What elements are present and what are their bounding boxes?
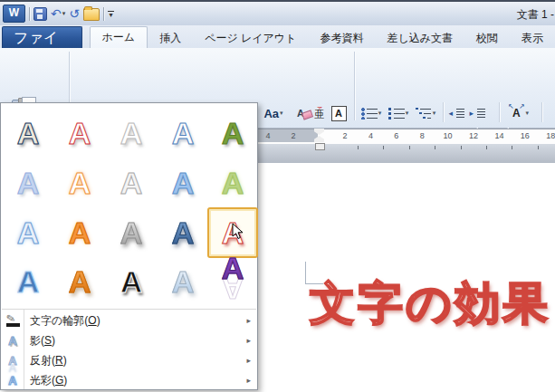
gallery-item-1[interactable]: A	[56, 110, 103, 157]
menu-item-shadow[interactable]: A影(S)▸	[2, 330, 257, 350]
gallery-item-6[interactable]: A	[56, 159, 103, 206]
gallery-item-19[interactable]: AA	[209, 258, 256, 305]
tab-5[interactable]: 校閲	[464, 28, 510, 48]
gallery-item-15[interactable]: A	[5, 258, 52, 305]
customize-qat-button[interactable]: ▾	[108, 11, 114, 17]
gallery-item-0[interactable]: A	[5, 110, 52, 157]
tab-6[interactable]: 表示	[510, 28, 555, 48]
save-button[interactable]	[33, 7, 47, 21]
gallery-item-9[interactable]: A	[209, 159, 256, 206]
gallery-item-3[interactable]: A	[159, 110, 206, 157]
character-border-button[interactable]: A	[330, 103, 348, 123]
tab-0[interactable]: ホーム	[90, 26, 148, 48]
ruler-number: 8	[416, 131, 427, 140]
qat-more-icon: ▾	[109, 13, 112, 17]
asian-layout-icon: ↖A↗	[512, 107, 521, 120]
clear-formatting-icon: A	[297, 108, 304, 119]
ruler-tick	[538, 146, 539, 149]
submenu-arrow-icon: ▸	[246, 376, 257, 385]
tab-4[interactable]: 差し込み文書	[375, 28, 464, 48]
ribbon-tab-row: ファイル ホーム挿入ページ レイアウト参考資料差し込み文書校閲表示	[0, 25, 555, 48]
gallery-letter: A	[172, 217, 195, 248]
gallery-letter: A	[172, 266, 195, 297]
gallery-item-5[interactable]: A	[5, 159, 52, 206]
gallery-item-7[interactable]: A	[108, 159, 155, 206]
gallery-letter: A	[120, 118, 143, 148]
change-case-dropdown-icon: ▾	[280, 110, 283, 117]
tab-2[interactable]: ページ レイアウト	[193, 28, 308, 48]
multilevel-list-button[interactable]: ▾	[413, 103, 438, 123]
gallery-item-13[interactable]: A	[159, 209, 206, 256]
tab-1[interactable]: 挿入	[148, 28, 193, 48]
tab-3[interactable]: 参考資料	[308, 28, 375, 48]
indent-markers[interactable]	[314, 129, 325, 150]
word-logo-icon[interactable]: W	[3, 5, 25, 23]
ruler-number: 6	[391, 131, 402, 140]
open-button[interactable]	[83, 6, 100, 21]
ruler-tick	[486, 146, 487, 149]
gallery-item-12[interactable]: A	[108, 209, 155, 256]
redo-button[interactable]: ↺	[69, 6, 80, 21]
undo-icon: ↶	[51, 6, 62, 21]
gallery-item-8[interactable]: A	[159, 159, 206, 206]
phonetic-guide-button[interactable]: ア亜	[311, 101, 328, 121]
ruler-tick	[461, 146, 462, 149]
gallery-letter: A	[222, 167, 244, 198]
quick-access-toolbar: W ↶▾ ↺ ▾	[3, 5, 114, 23]
gallery-item-18[interactable]: A	[159, 258, 206, 305]
asian-layout-dropdown-icon[interactable]: ▾	[526, 110, 530, 117]
menu-item-glow[interactable]: A光彩(G)▸	[2, 370, 257, 390]
ruler-number: 12	[468, 131, 479, 140]
outline-icon	[2, 315, 24, 327]
hanging-indent-marker[interactable]	[314, 136, 324, 142]
undo-dropdown-icon[interactable]: ▾	[62, 6, 66, 21]
menu-item-outline[interactable]: 文字の輪郭(O)▸	[2, 311, 257, 330]
shadow-icon: A	[2, 335, 24, 347]
gallery-letter: AA	[222, 254, 244, 301]
undo-button[interactable]: ↶▾	[51, 6, 65, 21]
gallery-item-11[interactable]: A	[56, 209, 103, 256]
menu-item-label: 光彩(G)	[24, 373, 246, 388]
decrease-indent-button[interactable]: ◂	[446, 103, 466, 123]
text-effects-gallery-panel: AAAAAAAAAAAAAAAAAAAAA 文字の輪郭(O)▸A影(S)▸A反射…	[0, 102, 258, 390]
word-window: W ↶▾ ↺ ▾ 文書 1 - ファイル ホーム挿入ページ レイアウト参考資料差…	[0, 0, 555, 392]
gallery-letter: A	[17, 118, 40, 148]
bullets-button[interactable]: ▾	[359, 103, 384, 123]
gallery-letter: A	[120, 167, 143, 198]
gallery-item-17[interactable]: A	[108, 258, 155, 305]
mini-separator	[499, 102, 500, 122]
phonetic-guide-icon: ア亜	[315, 106, 325, 117]
ruler-tick	[435, 146, 435, 149]
increase-indent-button[interactable]: ▸	[467, 103, 487, 123]
submenu-arrow-icon: ▸	[246, 336, 257, 345]
document-effect-text[interactable]: 文字の効果	[310, 273, 550, 334]
qat-separator	[29, 7, 30, 21]
group-separator	[354, 52, 355, 120]
ruler-lower-band	[257, 144, 555, 163]
bullets-dropdown-icon[interactable]: ▾	[378, 110, 382, 117]
numbering-dropdown-icon[interactable]: ▾	[406, 110, 409, 117]
menu-item-label: 影(S)	[24, 333, 246, 349]
title-bar: W ↶▾ ↺ ▾ 文書 1 -	[0, 2, 555, 25]
gallery-letter: A	[69, 266, 91, 297]
first-line-indent-marker[interactable]	[314, 129, 324, 135]
multilevel-dropdown-icon[interactable]: ▾	[433, 110, 436, 117]
left-indent-marker[interactable]	[315, 143, 325, 150]
clear-formatting-button[interactable]: A	[290, 103, 311, 123]
ruler-number: 10	[443, 131, 454, 140]
asian-layout-button[interactable]: ↖A↗ ▾	[504, 103, 537, 123]
gallery-item-4[interactable]: A	[209, 110, 256, 157]
save-icon	[33, 7, 47, 21]
change-case-button[interactable]: Aa ▾	[260, 103, 287, 123]
numbering-button[interactable]: ▾	[386, 103, 411, 123]
gallery-letter: A	[172, 118, 195, 148]
gallery-item-16[interactable]: A	[56, 258, 103, 305]
gallery-letter: A	[172, 167, 195, 198]
menu-item-reflection[interactable]: A反射(R)▸	[2, 350, 257, 370]
mini-separator	[443, 102, 444, 122]
tab-file[interactable]: ファイル	[2, 26, 82, 48]
gallery-item-2[interactable]: A	[108, 110, 155, 157]
menu-item-label: 文字の輪郭(O)	[24, 313, 246, 329]
gallery-item-10[interactable]: A	[5, 209, 52, 256]
gallery-letter: A	[17, 217, 40, 248]
